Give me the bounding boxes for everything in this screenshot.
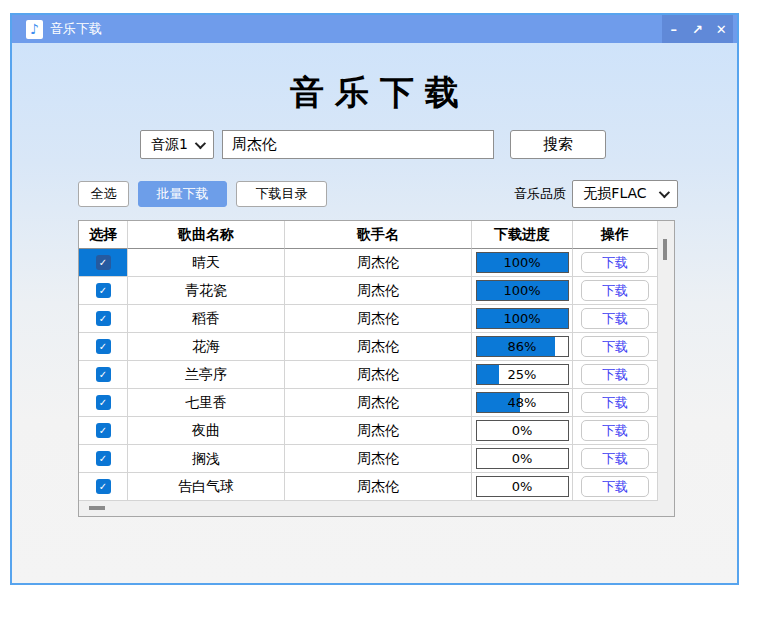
table-row: ✓ 青花瓷 周杰伦 100% 下载 (79, 277, 658, 305)
table-row: ✓ 晴天 周杰伦 100% 下载 (79, 249, 658, 277)
row-checkbox[interactable]: ✓ (96, 283, 111, 298)
artist-cell: 周杰伦 (285, 249, 472, 277)
artist-cell: 周杰伦 (285, 389, 472, 417)
table-row: ✓ 七里香 周杰伦 48% 下载 (79, 389, 658, 417)
header-song: 歌曲名称 (128, 221, 285, 249)
progress-text: 100% (477, 281, 568, 300)
progress-cell: 25% (472, 361, 573, 389)
select-cell[interactable]: ✓ (79, 445, 128, 473)
song-name-cell: 稻香 (128, 305, 285, 333)
table-header-row: 选择 歌曲名称 歌手名 下载进度 操作 (79, 221, 658, 249)
row-checkbox[interactable]: ✓ (96, 339, 111, 354)
progress-text: 100% (477, 253, 568, 272)
search-input[interactable] (222, 130, 494, 159)
progress-bar: 86% (476, 336, 569, 357)
source-select[interactable]: 音源1 (140, 130, 214, 159)
check-icon: ✓ (99, 370, 107, 380)
progress-bar: 48% (476, 392, 569, 413)
progress-cell: 0% (472, 417, 573, 445)
song-name-cell: 告白气球 (128, 473, 285, 501)
select-all-button[interactable]: 全选 (78, 181, 129, 207)
download-button[interactable]: 下载 (581, 420, 649, 441)
row-checkbox[interactable]: ✓ (96, 255, 111, 270)
check-icon: ✓ (99, 342, 107, 352)
chevron-down-icon (195, 137, 206, 148)
header-select: 选择 (79, 221, 128, 249)
table-row: ✓ 告白气球 周杰伦 0% 下载 (79, 473, 658, 501)
table-row: ✓ 搁浅 周杰伦 0% 下载 (79, 445, 658, 473)
artist-cell: 周杰伦 (285, 445, 472, 473)
check-icon: ✓ (99, 482, 107, 492)
progress-text: 100% (477, 309, 568, 328)
window-controls: – ↗ ✕ (662, 15, 733, 43)
chevron-down-icon (658, 187, 669, 198)
download-button[interactable]: 下载 (581, 392, 649, 413)
download-button[interactable]: 下载 (581, 252, 649, 273)
batch-download-button[interactable]: 批量下载 (138, 181, 227, 207)
song-name-cell: 兰亭序 (128, 361, 285, 389)
download-button[interactable]: 下载 (581, 448, 649, 469)
progress-cell: 0% (472, 445, 573, 473)
artist-cell: 周杰伦 (285, 417, 472, 445)
progress-text: 86% (477, 337, 568, 356)
select-cell[interactable]: ✓ (79, 361, 128, 389)
quality-select[interactable]: 无损FLAC (572, 180, 678, 208)
select-cell[interactable]: ✓ (79, 333, 128, 361)
progress-bar: 100% (476, 280, 569, 301)
progress-cell: 100% (472, 249, 573, 277)
window-title: 音乐下载 (50, 20, 102, 38)
select-cell[interactable]: ✓ (79, 473, 128, 501)
page-title: 音乐下载 (12, 70, 737, 116)
desktop: ♪ 音乐下载 – ↗ ✕ 音乐下载 音源1 搜索 全选 批量下载 下载目录 音乐… (0, 0, 776, 630)
progress-cell: 86% (472, 333, 573, 361)
row-checkbox[interactable]: ✓ (96, 451, 111, 466)
action-cell: 下载 (573, 249, 658, 277)
vertical-scrollbar-thumb[interactable] (663, 239, 667, 260)
progress-text: 0% (477, 421, 568, 440)
search-button[interactable]: 搜索 (510, 130, 606, 159)
minimize-button[interactable]: – (662, 15, 686, 43)
check-icon: ✓ (99, 314, 107, 324)
download-button[interactable]: 下载 (581, 364, 649, 385)
horizontal-scrollbar-thumb[interactable] (89, 506, 105, 510)
check-icon: ✓ (99, 454, 107, 464)
row-checkbox[interactable]: ✓ (96, 479, 111, 494)
close-button[interactable]: ✕ (709, 15, 733, 43)
download-directory-button[interactable]: 下载目录 (236, 181, 327, 207)
progress-cell: 0% (472, 473, 573, 501)
artist-cell: 周杰伦 (285, 361, 472, 389)
progress-cell: 100% (472, 305, 573, 333)
action-cell: 下载 (573, 389, 658, 417)
artist-cell: 周杰伦 (285, 333, 472, 361)
table-row: ✓ 兰亭序 周杰伦 25% 下载 (79, 361, 658, 389)
select-cell[interactable]: ✓ (79, 305, 128, 333)
action-cell: 下载 (573, 473, 658, 501)
table-body: ✓ 晴天 周杰伦 100% 下载 ✓ 青花瓷 周杰伦 100% (79, 249, 674, 501)
download-button[interactable]: 下载 (581, 308, 649, 329)
row-checkbox[interactable]: ✓ (96, 367, 111, 382)
artist-cell: 周杰伦 (285, 277, 472, 305)
select-cell[interactable]: ✓ (79, 249, 128, 277)
progress-cell: 48% (472, 389, 573, 417)
row-checkbox[interactable]: ✓ (96, 423, 111, 438)
select-cell[interactable]: ✓ (79, 389, 128, 417)
download-button[interactable]: 下载 (581, 476, 649, 497)
download-button[interactable]: 下载 (581, 336, 649, 357)
titlebar[interactable]: ♪ 音乐下载 – ↗ ✕ (12, 15, 737, 43)
progress-bar: 0% (476, 420, 569, 441)
quality-select-value: 无损FLAC (583, 185, 646, 203)
select-cell[interactable]: ✓ (79, 417, 128, 445)
song-name-cell: 搁浅 (128, 445, 285, 473)
download-button[interactable]: 下载 (581, 280, 649, 301)
artist-cell: 周杰伦 (285, 473, 472, 501)
song-name-cell: 晴天 (128, 249, 285, 277)
window-body: 音乐下载 音源1 搜索 全选 批量下载 下载目录 音乐品质 无损FLAC 选择 … (12, 43, 737, 583)
row-checkbox[interactable]: ✓ (96, 395, 111, 410)
maximize-button[interactable]: ↗ (686, 15, 710, 43)
quality-label: 音乐品质 (498, 185, 566, 203)
row-checkbox[interactable]: ✓ (96, 311, 111, 326)
table-row: ✓ 稻香 周杰伦 100% 下载 (79, 305, 658, 333)
music-note-icon: ♪ (26, 20, 43, 39)
select-cell[interactable]: ✓ (79, 277, 128, 305)
action-cell: 下载 (573, 417, 658, 445)
